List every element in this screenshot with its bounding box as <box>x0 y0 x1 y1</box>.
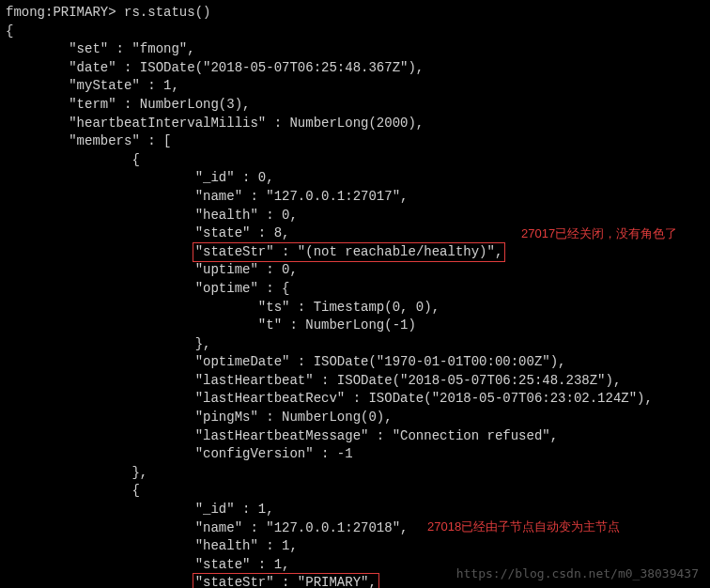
code-line: "lastHeartbeatMessage" : "Connection ref… <box>6 427 704 446</box>
code-line: "set" : "fmong", <box>6 40 704 59</box>
code-line: "pingMs" : NumberLong(0), <box>6 409 704 427</box>
code-line: "_id" : 0, <box>6 169 704 188</box>
code-line: "heartbeatIntervalMillis" : NumberLong(2… <box>6 115 704 133</box>
command-input[interactable]: rs.status() <box>124 5 210 20</box>
watermark-text: https://blog.csdn.net/m0_38039437 <box>456 565 699 582</box>
code-line: "date" : ISODate("2018-05-07T06:25:48.36… <box>6 59 704 78</box>
annotation-27018: 27018已经由子节点自动变为主节点 <box>427 518 620 535</box>
code-line: "uptime" : 0, <box>6 261 704 280</box>
code-line: "health" : 1, <box>6 537 704 556</box>
code-line: "t" : NumberLong(-1) <box>6 317 704 335</box>
code-line: "name" : "127.0.0.1:27017", <box>6 188 704 207</box>
annotation-27017: 27017已经关闭，没有角色了 <box>521 225 677 242</box>
code-line: "health" : 0, <box>6 207 704 225</box>
code-line: "optime" : { <box>6 280 704 299</box>
code-line: }, <box>6 335 704 354</box>
code-line: "optimeDate" : ISODate("1970-01-01T00:00… <box>6 353 704 372</box>
code-line: "term" : NumberLong(3), <box>6 96 704 115</box>
code-line: "_id" : 1, <box>6 501 704 519</box>
highlight-box-statestr-1: "stateStr" : "(not reachable/healthy)", <box>193 242 506 263</box>
shell-prompt: fmong:PRIMARY> <box>6 5 116 20</box>
code-line: }, <box>6 464 704 483</box>
code-line: "configVersion" : -1 <box>6 445 704 464</box>
terminal-output: fmong:PRIMARY> rs.status() { "set" : "fm… <box>6 4 704 588</box>
code-line: "myState" : 1, <box>6 77 704 96</box>
code-line: { <box>6 482 704 501</box>
code-line-highlight: "stateStr" : "(not reachable/healthy)", <box>6 243 704 262</box>
code-line: "lastHeartbeatRecv" : ISODate("2018-05-0… <box>6 390 704 409</box>
code-line: { <box>6 151 704 170</box>
code-line: "ts" : Timestamp(0, 0), <box>6 299 704 317</box>
highlight-box-statestr-2: "stateStr" : "PRIMARY", <box>193 573 379 588</box>
code-line: "lastHeartbeat" : ISODate("2018-05-07T06… <box>6 372 704 391</box>
code-line: { <box>6 23 704 41</box>
prompt-line[interactable]: fmong:PRIMARY> rs.status() <box>6 4 704 23</box>
code-line: "members" : [ <box>6 132 704 151</box>
